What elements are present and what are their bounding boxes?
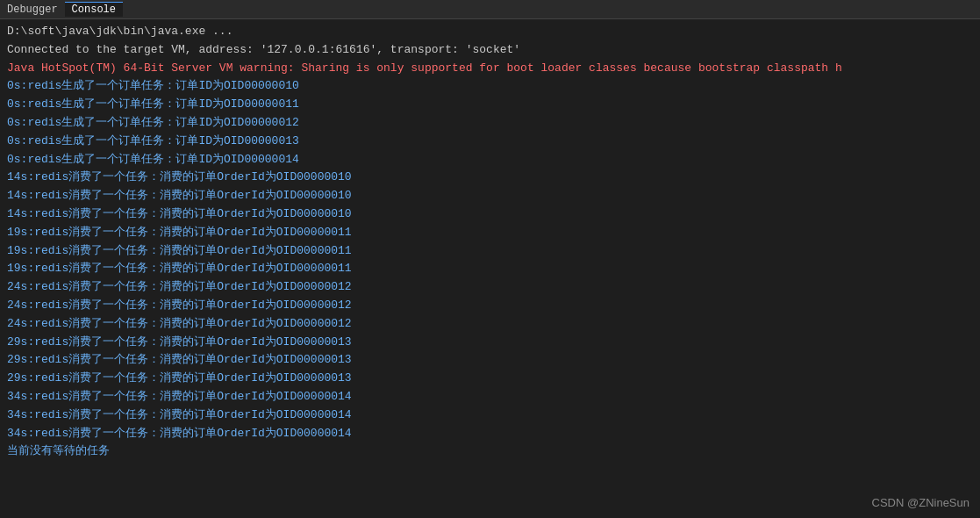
console-line: 29s:redis消费了一个任务：消费的订单OrderId为OID0000001… (7, 370, 973, 388)
console-line: 0s:redis生成了一个订单任务：订单ID为OID00000012 (7, 114, 973, 133)
console-line: Java HotSpot(TM) 64-Bit Server VM warnin… (7, 60, 973, 78)
console-line: 29s:redis消费了一个任务：消费的订单OrderId为OID0000001… (7, 334, 973, 352)
console-line: 0s:redis生成了一个订单任务：订单ID为OID00000013 (7, 133, 973, 151)
console-line: Connected to the target VM, address: '12… (7, 41, 973, 60)
console-output: D:\soft\java\jdk\bin\java.exe ...Connect… (0, 19, 980, 518)
console-line: 14s:redis消费了一个任务：消费的订单OrderId为OID0000001… (7, 205, 973, 224)
console-line: 34s:redis消费了一个任务：消费的订单OrderId为OID0000001… (7, 388, 973, 406)
console-line: 34s:redis消费了一个任务：消费的订单OrderId为OID0000001… (7, 425, 973, 443)
watermark: CSDN @ZNineSun (872, 496, 969, 509)
console-line: 19s:redis消费了一个任务：消费的订单OrderId为OID0000001… (7, 242, 973, 261)
console-line: 14s:redis消费了一个任务：消费的订单OrderId为OID0000001… (7, 187, 973, 205)
console-line: 34s:redis消费了一个任务：消费的订单OrderId为OID0000001… (7, 406, 973, 425)
console-line: 29s:redis消费了一个任务：消费的订单OrderId为OID0000001… (7, 351, 973, 370)
top-bar: Debugger Console (0, 0, 980, 19)
console-line: 0s:redis生成了一个订单任务：订单ID为OID00000010 (7, 77, 973, 96)
console-line: 24s:redis消费了一个任务：消费的订单OrderId为OID0000001… (7, 278, 973, 297)
console-tab-label[interactable]: Console (65, 2, 123, 17)
console-line: 24s:redis消费了一个任务：消费的订单OrderId为OID0000001… (7, 297, 973, 315)
debugger-tab-label[interactable]: Debugger (7, 4, 58, 16)
console-line: 0s:redis生成了一个订单任务：订单ID为OID00000014 (7, 151, 973, 169)
console-line: 14s:redis消费了一个任务：消费的订单OrderId为OID0000001… (7, 169, 973, 187)
console-line: 19s:redis消费了一个任务：消费的订单OrderId为OID0000001… (7, 260, 973, 278)
console-line: 0s:redis生成了一个订单任务：订单ID为OID00000011 (7, 96, 973, 114)
console-line: 19s:redis消费了一个任务：消费的订单OrderId为OID0000001… (7, 224, 973, 242)
console-line: 当前没有等待的任务 (7, 442, 973, 461)
console-line: D:\soft\java\jdk\bin\java.exe ... (7, 23, 973, 41)
console-line: 24s:redis消费了一个任务：消费的订单OrderId为OID0000001… (7, 315, 973, 334)
